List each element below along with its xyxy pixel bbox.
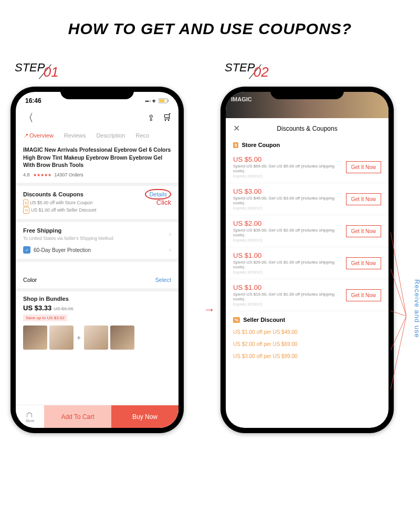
order-count: 14307 Orders bbox=[55, 172, 83, 177]
tab-description[interactable]: Description bbox=[96, 132, 125, 139]
svg-rect-1 bbox=[168, 100, 169, 102]
svg-line-4 bbox=[391, 269, 406, 316]
bundle-product-image[interactable] bbox=[84, 326, 108, 350]
status-icons: ▪▪▫ ᯤ bbox=[145, 98, 169, 104]
svg-line-5 bbox=[391, 311, 406, 316]
details-button[interactable]: Details bbox=[145, 189, 171, 200]
seller-discount-line: US $1.00 off per US $49.00 bbox=[226, 326, 388, 338]
cart-icon[interactable]: 🛒︎ bbox=[163, 113, 171, 123]
step-2-column: STEP 02 IMAGIC ✕ Discounts & Coupons $ S… bbox=[220, 59, 410, 433]
phone-notch bbox=[270, 87, 344, 99]
store-coupon-header: $ Store Coupon bbox=[226, 139, 388, 151]
bundle-images: + bbox=[23, 326, 171, 350]
coupon-expiry: Expires 2019/1/1 bbox=[233, 302, 346, 307]
chevron-right-icon: › bbox=[169, 246, 171, 254]
back-button[interactable]: 〈 bbox=[23, 111, 34, 125]
step-text: STEP bbox=[225, 61, 255, 74]
get-it-now-button[interactable]: Get It Now bbox=[346, 193, 381, 205]
svg-rect-2 bbox=[160, 100, 165, 102]
store-button[interactable]: ⛫ Store bbox=[16, 405, 44, 428]
pin-icon: 📍︎ bbox=[23, 133, 28, 139]
coupon-desc: Spend US $69.00, Get US $5.00 off (inclu… bbox=[233, 164, 346, 173]
product-title: IMAGIC New Arrivals Professional Eyebrow… bbox=[23, 146, 171, 169]
coupon-row: US $5.00 Spend US $69.00, Get US $5.00 o… bbox=[226, 151, 388, 183]
phone-screen-2: IMAGIC ✕ Discounts & Coupons $ Store Cou… bbox=[226, 92, 388, 428]
step-1-label: STEP 01 bbox=[15, 59, 63, 75]
discount-lines: $US $5.00 off with Store Coupon %US $1.0… bbox=[23, 200, 96, 214]
coupon-desc: Spend US $39.00, Get US $2.00 off (inclu… bbox=[233, 228, 346, 237]
divider bbox=[16, 183, 178, 186]
color-select-link: Select bbox=[155, 277, 171, 283]
add-to-cart-button[interactable]: Add To Cart bbox=[44, 405, 111, 428]
close-icon[interactable]: ✕ bbox=[233, 123, 240, 133]
plus-icon: + bbox=[77, 333, 81, 342]
top-bar: 〈 ⇪ 🛒︎ bbox=[16, 107, 178, 129]
store-icon: ⛫ bbox=[26, 411, 34, 419]
coupon-badge-icon: $ bbox=[23, 200, 28, 206]
divider bbox=[16, 259, 178, 262]
coupon-badge-icon: $ bbox=[233, 142, 238, 148]
coupon-row: US $1.00 Spend US $29.00, Get US $1.00 o… bbox=[226, 247, 388, 279]
share-icon[interactable]: ⇪ bbox=[148, 113, 154, 123]
coupon-row: US $3.00 Spend US $49.00, Get US $3.00 o… bbox=[226, 183, 388, 215]
discounts-title: Discounts & Coupons bbox=[23, 191, 96, 197]
step-number: 02 bbox=[254, 64, 269, 80]
product-tabs: 📍︎Overview Reviews Description Reco bbox=[16, 129, 178, 142]
free-shipping-sub: To United States via Seller's Shipping M… bbox=[23, 236, 113, 241]
product-rating: 4.8 ★★★★★ 14307 Orders bbox=[23, 172, 171, 177]
hero-brand: IMAGIC bbox=[231, 96, 252, 102]
discount-line-2: US $1.00 off with Seller Discount bbox=[31, 207, 96, 213]
percent-badge-icon: % bbox=[233, 317, 240, 323]
coupon-expiry: Expires 2019/1/1 bbox=[233, 270, 346, 275]
coupon-amount: US $1.00 bbox=[233, 284, 346, 291]
get-it-now-button[interactable]: Get It Now bbox=[346, 225, 381, 237]
buyer-protection[interactable]: ✓ 60-Day Buyer Protection › bbox=[23, 246, 171, 254]
step-1-column: STEP 01 16:46 ▪▪▫ ᯤ 〈 ⇪ 🛒︎ bbox=[10, 59, 200, 433]
bottom-bar: ⛫ Store Add To Cart Buy Now bbox=[16, 405, 178, 428]
bundle-title: Shop in Bundles bbox=[23, 296, 171, 302]
step-number: 01 bbox=[44, 64, 59, 80]
bundle-product-image[interactable] bbox=[49, 326, 74, 350]
tab-reviews[interactable]: Reviews bbox=[64, 132, 86, 139]
buyer-protection-label: 60-Day Buyer Protection bbox=[34, 247, 91, 253]
rating-stars: ★★★★★ bbox=[33, 173, 51, 177]
modal-title: Discounts & Coupons bbox=[277, 125, 337, 132]
modal-header: ✕ Discounts & Coupons bbox=[226, 118, 388, 139]
color-selector[interactable]: Color Select bbox=[16, 271, 178, 288]
color-label: Color bbox=[23, 277, 37, 283]
tab-recommendations[interactable]: Reco bbox=[135, 132, 149, 139]
coupon-expiry: Expires 2019/1/1 bbox=[233, 206, 346, 211]
annotation-lines bbox=[391, 216, 406, 416]
coupon-amount: US $2.00 bbox=[233, 219, 346, 227]
signal-icon: ▪▪▫ ᯤ bbox=[145, 98, 158, 104]
click-annotation: Click bbox=[145, 198, 171, 206]
bundle-product-image[interactable] bbox=[23, 326, 47, 350]
bundle-old-price: US $6.95 bbox=[54, 306, 74, 311]
phone-notch bbox=[60, 87, 134, 99]
phone-frame-1: 16:46 ▪▪▫ ᯤ 〈 ⇪ 🛒︎ 📍︎Overview Reviews bbox=[10, 87, 184, 433]
free-shipping-title: Free Shipping bbox=[23, 227, 113, 234]
get-it-now-button[interactable]: Get It Now bbox=[346, 161, 381, 173]
svg-line-6 bbox=[391, 316, 406, 350]
coupon-row: US $1.00 Spend US $19.00, Get US $1.00 o… bbox=[226, 279, 388, 311]
discount-line-1: US $5.00 off with Store Coupon bbox=[30, 200, 92, 205]
status-time: 16:46 bbox=[25, 97, 41, 104]
svg-line-3 bbox=[391, 232, 406, 316]
arrow-icon: → bbox=[204, 303, 215, 317]
page-title: HOW TO GET AND USE COUPONS? bbox=[0, 0, 420, 38]
chevron-right-icon[interactable]: › bbox=[169, 230, 171, 238]
tab-overview[interactable]: 📍︎Overview bbox=[23, 132, 54, 139]
seller-discount-header: % Seller Discount bbox=[226, 311, 388, 326]
bundle-section: Shop in Bundles US $3.33US $6.95 Save up… bbox=[16, 291, 178, 354]
receive-and-use-annotation: Receive and use bbox=[413, 279, 420, 338]
buy-now-button[interactable]: Buy Now bbox=[111, 405, 178, 428]
seller-discount-line: US $2.00 off per US $69.00 bbox=[226, 338, 388, 350]
get-it-now-button[interactable]: Get It Now bbox=[346, 257, 381, 269]
svg-line-7 bbox=[391, 316, 406, 390]
coupon-desc: Spend US $29.00, Get US $1.00 off (inclu… bbox=[233, 260, 346, 269]
coupon-expiry: Expires 2019/1/1 bbox=[233, 238, 346, 243]
coupon-desc: Spend US $19.00, Get US $1.00 off (inclu… bbox=[233, 292, 346, 301]
get-it-now-button[interactable]: Get It Now bbox=[346, 289, 381, 301]
bundle-product-image[interactable] bbox=[110, 326, 134, 350]
coupon-expiry: Expires 2019/1/1 bbox=[233, 174, 346, 178]
